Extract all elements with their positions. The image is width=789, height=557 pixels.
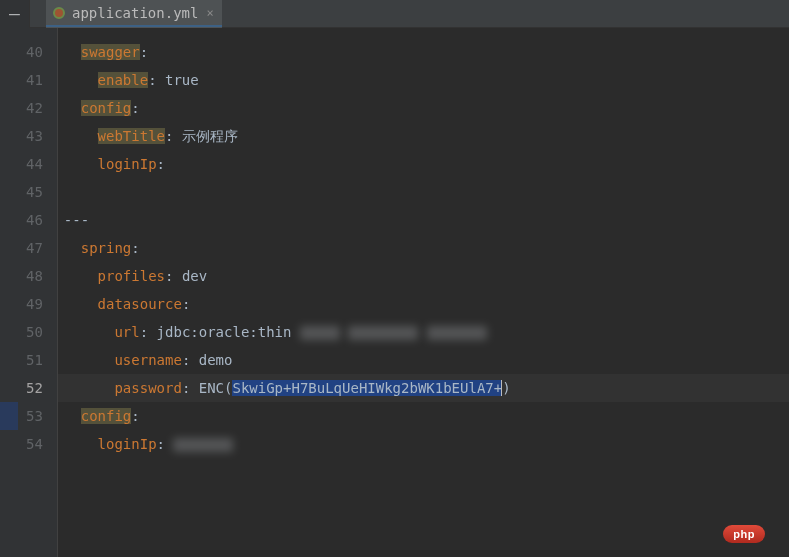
- editor-topbar: — application.yml ×: [0, 0, 789, 28]
- line-number: 46: [26, 206, 43, 234]
- tab-application-yml[interactable]: application.yml ×: [46, 0, 222, 28]
- line-number: 41: [26, 66, 43, 94]
- line-number-gutter: 40 41 42 43 44 45 46 47 48 49 50 51 52 5…: [18, 28, 58, 557]
- line-number: 51: [26, 346, 43, 374]
- line-number: 54: [26, 430, 43, 458]
- code-area[interactable]: swagger: enable: true config: webTitle: …: [58, 28, 789, 557]
- line-number: 53: [26, 402, 43, 430]
- code-line[interactable]: profiles: dev: [58, 262, 789, 290]
- code-line[interactable]: url: jdbc:oracle:thin: [58, 318, 789, 346]
- line-number: 42: [26, 94, 43, 122]
- line-number: 40: [26, 38, 43, 66]
- svg-point-0: [54, 8, 64, 18]
- close-icon[interactable]: ×: [206, 6, 213, 20]
- code-line[interactable]: loginIp:: [58, 430, 789, 458]
- watermark-badge: php: [723, 525, 765, 543]
- minimize-button[interactable]: —: [0, 0, 30, 28]
- editor-tabs: application.yml ×: [46, 0, 222, 28]
- code-line[interactable]: username: demo: [58, 346, 789, 374]
- code-line[interactable]: webTitle: 示例程序: [58, 122, 789, 150]
- code-line[interactable]: spring:: [58, 234, 789, 262]
- line-number: 45: [26, 178, 43, 206]
- line-number: 43: [26, 122, 43, 150]
- marker-strip: [0, 28, 18, 557]
- code-line[interactable]: enable: true: [58, 66, 789, 94]
- code-line[interactable]: loginIp:: [58, 150, 789, 178]
- code-editor[interactable]: 40 41 42 43 44 45 46 47 48 49 50 51 52 5…: [0, 28, 789, 557]
- line-number: 48: [26, 262, 43, 290]
- code-line[interactable]: datasource:: [58, 290, 789, 318]
- line-number: 47: [26, 234, 43, 262]
- yaml-file-icon: [52, 6, 66, 20]
- code-line[interactable]: swagger:: [58, 38, 789, 66]
- code-line[interactable]: config:: [58, 94, 789, 122]
- code-line[interactable]: [58, 178, 789, 206]
- text-selection: SkwiGp+H7BuLqUeHIWkg2bWK1bEUlA7+: [232, 380, 502, 396]
- line-number: 50: [26, 318, 43, 346]
- tab-filename: application.yml: [72, 5, 198, 21]
- code-line[interactable]: ---: [58, 206, 789, 234]
- line-number: 44: [26, 150, 43, 178]
- line-number: 49: [26, 290, 43, 318]
- line-number: 52: [26, 374, 43, 402]
- code-line-current[interactable]: password: ENC(SkwiGp+H7BuLqUeHIWkg2bWK1b…: [58, 374, 789, 402]
- code-line[interactable]: config:: [58, 402, 789, 430]
